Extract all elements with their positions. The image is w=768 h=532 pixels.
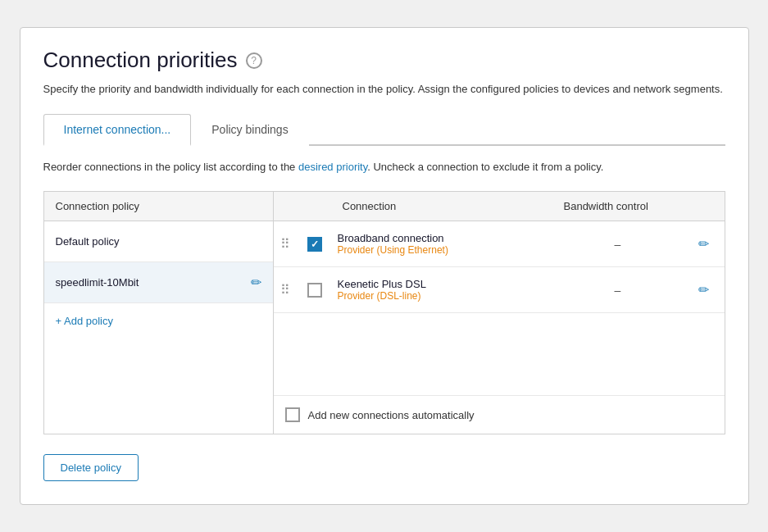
tab-internet[interactable]: Internet connection...	[43, 114, 192, 146]
connection-sub-broadband: Provider (Using Ethernet)	[338, 244, 546, 256]
main-content: Connection policy Default policy speedli…	[43, 191, 725, 434]
col-actions-spacer	[684, 192, 725, 221]
auto-add-row: Add new connections automatically	[274, 395, 725, 434]
policy-row-default[interactable]: Default policy	[44, 221, 273, 262]
col-check-spacer	[298, 192, 331, 221]
col-drag-spacer	[274, 192, 298, 221]
right-panel-spacer	[274, 313, 725, 395]
connection-row-keenetic: ⠿ Keenetic Plus DSL Provider (DSL-line) …	[274, 267, 725, 313]
drag-handle-keenetic[interactable]: ⠿	[274, 282, 298, 298]
page-subtitle: Specify the priority and bandwidth indiv…	[43, 81, 725, 98]
connection-row-broadband: ⠿ Broadband connection Provider (Using E…	[274, 221, 725, 267]
connection-name-keenetic: Keenetic Plus DSL	[338, 278, 546, 290]
policy-name-default: Default policy	[56, 235, 120, 248]
main-card: Connection priorities ? Specify the prio…	[20, 27, 749, 505]
col-header-bandwidth: Bandwidth control	[552, 192, 684, 221]
checkbox-broadband[interactable]	[307, 237, 322, 252]
auto-add-label: Add new connections automatically	[308, 409, 475, 421]
edit-button-keenetic[interactable]: ✏	[695, 279, 712, 301]
bandwidth-broadband: –	[552, 238, 684, 251]
connection-sub-keenetic: Provider (DSL-line)	[338, 290, 546, 302]
right-panel-header: Connection Bandwidth control	[274, 192, 725, 221]
right-panel: Connection Bandwidth control ⠿ Broadband…	[273, 191, 725, 434]
connection-info-keenetic: Keenetic Plus DSL Provider (DSL-line)	[331, 278, 552, 302]
bottom-section: Delete policy	[43, 454, 725, 481]
policy-edit-icon-speedlimit[interactable]: ✏	[251, 275, 261, 290]
drag-handle-broadband[interactable]: ⠿	[274, 236, 298, 252]
delete-policy-button[interactable]: Delete policy	[43, 454, 139, 481]
hint-text: Reorder connections in the policy list a…	[43, 159, 725, 175]
page-title: Connection priorities	[43, 48, 238, 73]
bandwidth-keenetic: –	[552, 284, 684, 297]
action-cell-broadband: ✏	[684, 233, 725, 255]
tab-bar: Internet connection... Policy bindings	[43, 112, 725, 146]
page-title-row: Connection priorities ?	[43, 48, 725, 73]
tab-policy-bindings[interactable]: Policy bindings	[191, 114, 308, 146]
check-cell-broadband[interactable]	[298, 237, 331, 252]
connection-info-broadband: Broadband connection Provider (Using Eth…	[331, 232, 552, 256]
checkbox-keenetic[interactable]	[307, 283, 322, 298]
connection-name-broadband: Broadband connection	[338, 232, 546, 244]
connection-policy-header: Connection policy	[44, 192, 273, 221]
left-panel: Connection policy Default policy speedli…	[43, 191, 273, 434]
action-cell-keenetic: ✏	[684, 279, 725, 301]
policy-row-speedlimit[interactable]: speedlimit-10Mbit ✏	[44, 262, 273, 303]
col-header-connection: Connection	[331, 192, 552, 221]
help-icon[interactable]: ?	[246, 52, 262, 69]
add-policy-button[interactable]: + Add policy	[44, 303, 273, 402]
policy-name-speedlimit: speedlimit-10Mbit	[56, 276, 139, 289]
edit-button-broadband[interactable]: ✏	[695, 233, 712, 255]
check-cell-keenetic[interactable]	[298, 283, 331, 298]
checkbox-auto-add[interactable]	[285, 407, 300, 422]
